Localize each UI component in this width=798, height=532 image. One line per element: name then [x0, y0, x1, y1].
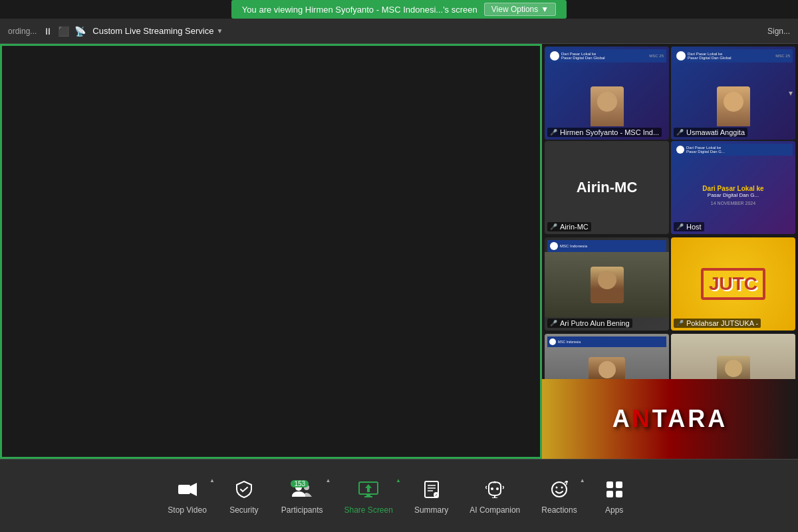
airin-name-text: Airin-MC [577, 179, 638, 196]
mic-icon-3: 🎤 [550, 223, 557, 230]
participant-tile-usmawati[interactable]: Dari Pasar Lokal kePasar Digital Dan Glo… [671, 47, 795, 140]
participant-name-ari: 🎤 Ari Putro Alun Bening [547, 319, 632, 328]
toolbar: Stop Video ▲ Security 153 Participants ▲ [0, 459, 798, 532]
jutsuka-logo-bg: JUTC [671, 237, 795, 331]
mic-icon-5: 🎤 [550, 320, 557, 327]
apps-icon [602, 477, 626, 501]
screen-share-area: MARINE STEWARDSHIP COUNCIL Sertifikasi K… [0, 44, 542, 459]
participants-label: Participants [281, 505, 323, 515]
participant-count-badge: 153 [291, 480, 309, 487]
participant-name-usmawati: 🎤 Usmawati Anggita [674, 128, 747, 137]
share-screen-arrow-icon[interactable]: ▲ [396, 477, 401, 483]
dropdown-icon[interactable]: ▼ [216, 27, 223, 35]
svg-rect-21 [616, 481, 622, 488]
participant-name-host: 🎤 Host [674, 222, 704, 231]
menu-left: ording... ⏸ ⬛ 📡 Custom Live Streaming Se… [8, 26, 759, 37]
video-arrow-icon[interactable]: ▲ [209, 477, 215, 483]
participants-arrow-icon[interactable]: ▲ [326, 477, 331, 483]
summary-button[interactable]: ✓ Summary [404, 472, 459, 520]
security-button[interactable]: Security [217, 472, 271, 520]
svg-point-19 [561, 486, 563, 488]
svg-rect-23 [616, 491, 622, 497]
shield-icon [232, 477, 256, 501]
svg-text:✓: ✓ [435, 493, 438, 497]
broadcast-icon[interactable]: 📡 [74, 26, 86, 37]
ai-companion-icon [483, 477, 507, 501]
stop-video-button[interactable]: Stop Video ▲ [157, 472, 217, 520]
apps-button[interactable]: Apps [588, 472, 641, 520]
antara-section: ANTARA [542, 379, 798, 459]
participant-name-airin: 🎤 Airin-MC [547, 222, 591, 231]
chevron-icon: ▾ [789, 88, 793, 98]
antara-logo: ANTARA [612, 405, 728, 433]
pause-icon[interactable]: ⏸ [43, 26, 53, 37]
menu-right: Sign... [767, 27, 790, 36]
svg-point-18 [555, 486, 557, 488]
summary-label: Summary [414, 505, 448, 515]
companion-label: AI Companion [469, 505, 520, 515]
companion-button[interactable]: AI Companion [459, 472, 531, 520]
mic-icon-4: 🎤 [676, 223, 684, 230]
svg-point-17 [552, 482, 567, 497]
svg-point-15 [496, 487, 499, 490]
reactions-label: Reactions [541, 505, 577, 515]
svg-rect-22 [606, 491, 613, 497]
security-label: Security [229, 505, 258, 515]
reactions-icon [547, 477, 571, 501]
stop-icon[interactable]: ⬛ [58, 26, 69, 37]
participant-name-hirmen: 🎤 Hirmen Syofyanto - MSC Ind... [547, 128, 662, 137]
svg-marker-1 [190, 483, 197, 496]
view-options-button[interactable]: View Options ▼ [484, 3, 556, 16]
reactions-button[interactable]: Reactions ▲ [531, 472, 587, 520]
share-screen-icon [356, 477, 380, 501]
apps-label: Apps [605, 505, 623, 515]
svg-rect-0 [178, 485, 190, 494]
summary-icon: ✓ [420, 477, 444, 501]
screen-share-border [0, 44, 542, 459]
share-screen-button[interactable]: Share Screen ▲ [334, 472, 404, 520]
participants-row-2: Airin-MC 🎤 Airin-MC Dari Pasar Lokal keP… [545, 141, 795, 234]
mic-muted-icon: 🎤 [550, 129, 557, 136]
participants-icon: 153 [290, 477, 314, 501]
participant-tile-ari[interactable]: MSC Indonesia 🎤 Ari Putro Alun Bening [545, 237, 669, 331]
jutsuka-logo-text: JUTC [701, 268, 765, 300]
participant-tile-host[interactable]: Dari Pasar Lokal kePasar Digital Dan G..… [671, 141, 795, 234]
participant-tile-hirmen[interactable]: Dari Pasar Lokal kePasar Digital Dan Glo… [545, 47, 669, 140]
participants-row-1: Dari Pasar Lokal kePasar Digital Dan Glo… [545, 47, 795, 140]
recording-label: ording... [8, 27, 37, 36]
svg-point-14 [491, 487, 493, 490]
participant-tile-jutsuka[interactable]: JUTC 🎤 Poklahsar JUTSUKA - [671, 237, 795, 331]
menu-controls: ⏸ ⬛ 📡 [43, 26, 86, 37]
svg-rect-20 [606, 481, 613, 488]
mic-icon-2: 🎤 [676, 129, 684, 136]
participants-row-3: MSC Indonesia 🎤 Ari Putro Alun Bening [545, 237, 795, 331]
notification-text: You are viewing Hirmen Syofyanto - MSC I… [231, 0, 567, 19]
reactions-arrow-icon[interactable]: ▲ [580, 477, 585, 483]
camera-icon [176, 477, 200, 501]
participant-name-jutsuka: 🎤 Poklahsar JUTSUKA - [674, 319, 761, 328]
participants-button[interactable]: 153 Participants ▲ [271, 472, 334, 520]
participant-tile-airin[interactable]: Airin-MC 🎤 Airin-MC [545, 141, 669, 234]
svg-rect-5 [366, 494, 370, 496]
notification-bar: You are viewing Hirmen Syofyanto - MSC I… [0, 0, 798, 19]
stop-video-label: Stop Video [168, 505, 207, 515]
chevron-down-icon: ▼ [541, 5, 549, 14]
svg-rect-6 [364, 496, 372, 497]
menu-title: Custom Live Streaming Service ▼ [92, 26, 223, 36]
svg-marker-7 [365, 484, 372, 492]
menu-bar: ording... ⏸ ⬛ 📡 Custom Live Streaming Se… [0, 19, 798, 44]
mic-icon-6: 🎤 [676, 320, 684, 327]
share-screen-label: Share Screen [344, 505, 393, 515]
